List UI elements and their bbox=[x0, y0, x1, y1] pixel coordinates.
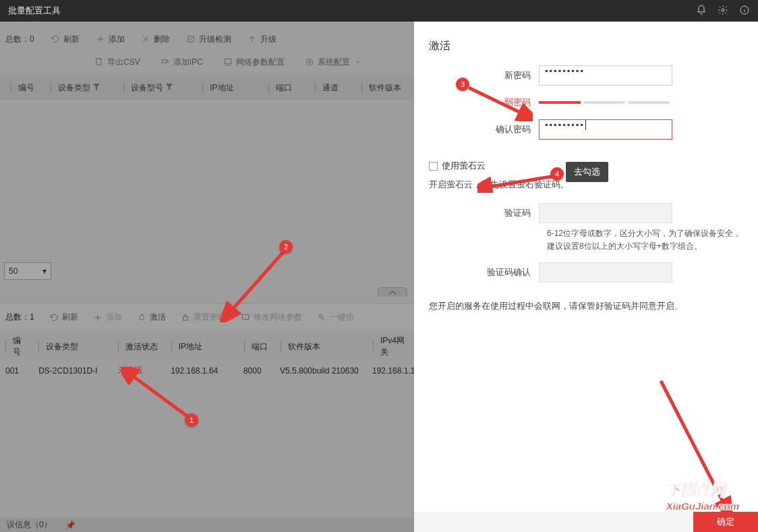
vcode-label: 验证码 bbox=[414, 207, 539, 219]
annotation-badge-3: 3 bbox=[456, 78, 469, 91]
annotation-arrow-1 bbox=[121, 367, 196, 421]
confirm-password-input[interactable]: ••••••••• bbox=[539, 119, 672, 140]
annotation-arrow-2 bbox=[220, 248, 294, 322]
svg-point-22 bbox=[319, 314, 322, 318]
upper-toolbar-2: 导出CSV 添加IPC 网络参数配置 系统配置 bbox=[0, 51, 414, 73]
svg-line-25 bbox=[469, 88, 525, 115]
annotation-arrow-3 bbox=[465, 84, 533, 121]
pin-icon[interactable]: 📌 bbox=[65, 521, 76, 530]
filter-icon[interactable] bbox=[93, 83, 100, 92]
net-param-button[interactable]: 网络参数配置 bbox=[223, 57, 285, 68]
col-devtype: 设备类型 bbox=[58, 82, 90, 94]
app-title: 批量配置工具 bbox=[8, 5, 61, 17]
vcode-hint: 6-12位字母或数字，区分大小写，为了确保设备安全，建议设置8位以上的大小写字母… bbox=[414, 227, 758, 253]
lower-add-button: 添加 bbox=[93, 312, 122, 323]
upgrade-button[interactable]: 升级 bbox=[247, 34, 276, 45]
upgrade-check-button[interactable]: 升级检测 bbox=[186, 34, 231, 45]
lcol-devtype: 设备类型 bbox=[46, 341, 78, 353]
col-channel: 通道 bbox=[322, 82, 339, 94]
svg-rect-13 bbox=[225, 59, 231, 63]
svg-rect-20 bbox=[183, 316, 187, 320]
ezviz-checkbox[interactable] bbox=[429, 162, 438, 171]
svg-point-15 bbox=[308, 61, 311, 63]
annotation-uncheck: 去勾选 bbox=[566, 162, 608, 182]
annotation-badge-4: 4 bbox=[550, 167, 564, 181]
chevron-down-icon: ▾ bbox=[42, 266, 47, 276]
page-row: 50 ▾ bbox=[0, 260, 414, 282]
error-label: 误信息（0） bbox=[7, 519, 52, 531]
upper-toolbar: 总数：0 刷新 添加 删除 升级检测 升级 bbox=[0, 27, 414, 51]
add-button[interactable]: 添加 bbox=[96, 34, 125, 45]
ezviz-label: 使用萤石云 bbox=[442, 160, 486, 172]
col-port: 端口 bbox=[276, 82, 292, 94]
annotation-badge-1: 1 bbox=[185, 413, 198, 427]
new-password-label: 新密码 bbox=[414, 69, 539, 82]
upper-count: 总数：0 bbox=[5, 34, 34, 45]
col-model: 设备型号 bbox=[131, 82, 163, 94]
watermark: 下固件网 XiaGuJian.com bbox=[666, 480, 739, 512]
confirm-password-label: 确认密码 bbox=[414, 123, 539, 136]
vcode-confirm-input bbox=[539, 262, 672, 283]
svg-line-24 bbox=[230, 252, 284, 312]
vcode-input bbox=[539, 203, 672, 223]
delete-button[interactable]: 删除 bbox=[141, 34, 170, 45]
lcol-ip: IP地址 bbox=[179, 341, 202, 353]
lcol-gw: IPv4网关 bbox=[380, 335, 409, 358]
vcode-confirm-label: 验证码确认 bbox=[414, 266, 539, 278]
onekey-button: 一键伯 bbox=[317, 312, 354, 323]
lcol-status: 激活状态 bbox=[125, 341, 158, 353]
panel-title: 激活 bbox=[414, 22, 758, 65]
new-password-input[interactable]: ••••••••• bbox=[539, 65, 672, 86]
refresh-button[interactable]: 刷新 bbox=[51, 34, 80, 45]
expand-handle[interactable] bbox=[378, 287, 407, 297]
activate-button[interactable]: 激活 bbox=[137, 312, 166, 323]
annotation-badge-2: 2 bbox=[279, 240, 293, 254]
svg-point-19 bbox=[139, 315, 144, 320]
lower-count: 总数：1 bbox=[5, 312, 34, 323]
page-size-select[interactable]: 50 ▾ bbox=[4, 262, 51, 280]
svg-point-16 bbox=[306, 59, 312, 65]
lower-toolbar: 总数：1 刷新 添加 激活 重置密码 修改网络参数 一键伯 bbox=[0, 303, 414, 330]
lower-table-head: 编号 设备类型 激活状态 IP地址 端口 软件版本 IPv4网关 bbox=[0, 334, 414, 359]
gear-icon[interactable] bbox=[718, 5, 728, 18]
upper-table-head: 编号 设备类型 设备型号 IP地址 端口 通道 软件版本 bbox=[0, 76, 414, 100]
error-bar[interactable]: 误信息（0） 📌 bbox=[0, 518, 414, 532]
col-swver: 软件版本 bbox=[369, 82, 401, 94]
col-id: 编号 bbox=[18, 82, 34, 94]
svg-line-26 bbox=[486, 176, 555, 187]
svg-line-23 bbox=[129, 374, 189, 417]
info-icon[interactable] bbox=[739, 5, 750, 18]
sys-config-button[interactable]: 系统配置 bbox=[305, 57, 363, 68]
svg-point-0 bbox=[722, 9, 724, 11]
col-ip: IP地址 bbox=[210, 82, 233, 94]
export-csv-button[interactable]: 导出CSV bbox=[94, 57, 140, 68]
strength-meter bbox=[539, 101, 670, 104]
notice-text: 您开启的服务在使用过程中会联网，请保管好验证码并同意开启。 bbox=[414, 293, 758, 319]
reset-pwd-button: 重置密码 bbox=[181, 312, 226, 323]
lcol-id: 编号 bbox=[13, 335, 28, 358]
titlebar: 批量配置工具 bbox=[0, 0, 758, 22]
confirm-button[interactable]: 确定 bbox=[693, 512, 758, 532]
lower-refresh-button[interactable]: 刷新 bbox=[49, 312, 78, 323]
bell-icon[interactable] bbox=[696, 5, 707, 18]
annotation-arrow-4 bbox=[477, 173, 558, 193]
svg-rect-11 bbox=[162, 60, 167, 63]
filter-icon[interactable] bbox=[166, 83, 173, 92]
table-row[interactable]: 001 DS-2CD1301D-I 未激活 192.168.1.64 8000 … bbox=[0, 359, 414, 383]
lcol-port: 端口 bbox=[252, 341, 268, 353]
svg-point-12 bbox=[167, 61, 168, 62]
lcol-swver: 软件版本 bbox=[288, 341, 320, 353]
add-ipc-button[interactable]: 添加IPC bbox=[161, 57, 203, 68]
